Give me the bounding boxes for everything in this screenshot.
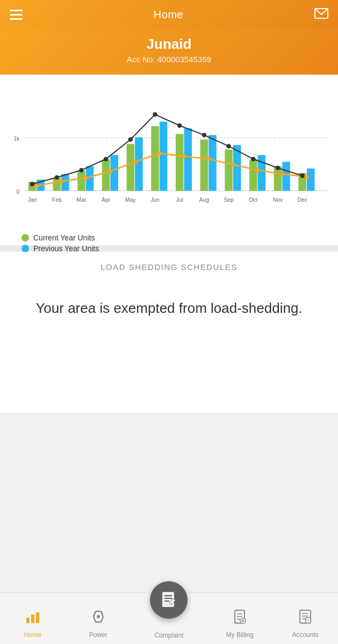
bar-mar-green: [77, 171, 85, 191]
black-dot-apr: [104, 157, 108, 161]
nav-label-power: Power: [89, 631, 107, 639]
accounts-icon: [298, 609, 312, 628]
svg-rect-29: [306, 618, 311, 623]
x-label-sep: Sep: [224, 197, 234, 203]
bar-sep-green: [225, 150, 233, 191]
orange-dot-apr: [108, 169, 112, 173]
chart-section: 0 1k: [0, 75, 338, 245]
orange-dot-may: [133, 159, 137, 164]
x-label-oct: Oct: [249, 197, 257, 203]
load-shedding-section: LOAD SHEDDING SCHEDULES Your area is exe…: [0, 252, 338, 413]
complaint-circle: [150, 581, 188, 619]
black-dot-may: [128, 137, 133, 142]
svg-rect-5: [36, 612, 39, 623]
x-label-dec: Dec: [297, 197, 307, 203]
bar-jul-blue: [184, 128, 192, 191]
nav-item-home[interactable]: Home: [17, 593, 49, 644]
x-label-feb: Feb: [52, 197, 62, 203]
svg-line-7: [101, 611, 103, 617]
nav-label-complaint: Complaint: [154, 632, 183, 639]
orange-dot-mar: [84, 175, 88, 180]
y-axis-zero: 0: [16, 189, 19, 195]
nav-item-accounts[interactable]: Accounts: [289, 593, 321, 644]
user-account-number: Acc No: 400003545359: [0, 55, 338, 64]
user-name: Junaid: [0, 36, 338, 53]
legend-current-year-label: Current Year Units: [33, 233, 95, 242]
black-dot-feb: [55, 175, 59, 179]
black-dot-aug: [202, 133, 206, 137]
orange-dot-feb: [59, 179, 63, 184]
orange-dot-oct: [255, 168, 260, 172]
bar-apr-green: [102, 159, 110, 191]
nav-label-home: Home: [24, 631, 41, 639]
chart-legend: Current Year Units Previous Year Units: [5, 233, 333, 253]
bar-dec-blue: [307, 169, 315, 191]
black-dot-dec: [300, 173, 305, 178]
x-label-nov: Nov: [273, 197, 283, 203]
x-label-jun: Jun: [150, 197, 160, 203]
y-axis-1k: 1k: [13, 136, 20, 142]
bar-may-blue: [135, 137, 143, 191]
orange-dot-sep: [231, 163, 235, 167]
load-shedding-title: LOAD SHEDDING SCHEDULES: [11, 262, 327, 272]
bar-jun-green: [151, 126, 159, 191]
bar-jul-green: [176, 134, 184, 191]
orange-dot-aug: [206, 157, 211, 161]
svg-line-6: [94, 611, 96, 617]
svg-rect-4: [31, 614, 34, 623]
load-shedding-message: Your area is exempted from load-shedding…: [11, 288, 327, 328]
svg-point-12: [97, 615, 100, 618]
user-section: Junaid Acc No: 400003545359: [0, 30, 338, 75]
home-icon: [25, 610, 40, 628]
x-label-jul: Jul: [176, 197, 183, 203]
black-dot-jan: [30, 182, 34, 186]
nav-item-complaint[interactable]: Complaint: [147, 593, 190, 645]
black-dot-nov: [276, 166, 280, 170]
bar-oct-blue: [258, 155, 266, 191]
legend-previous-year-label: Previous Year Units: [33, 244, 99, 253]
svg-rect-3: [26, 618, 30, 623]
orange-dot-jun: [157, 151, 162, 156]
bar-aug-green: [200, 140, 208, 191]
menu-icon[interactable]: [10, 10, 23, 20]
nav-item-power[interactable]: Power: [82, 593, 114, 644]
orange-dot-jul: [182, 154, 186, 158]
x-label-aug: Aug: [199, 197, 210, 203]
bar-oct-green: [249, 159, 257, 191]
legend-previous-year: Previous Year Units: [21, 244, 99, 253]
bar-nov-blue: [282, 162, 290, 191]
svg-line-8: [94, 617, 96, 622]
nav-item-my-billing[interactable]: My Billing: [224, 593, 256, 644]
chart-svg: 0 1k: [5, 82, 333, 227]
bar-aug-blue: [208, 135, 217, 191]
billing-icon: [233, 609, 247, 628]
svg-line-9: [101, 617, 103, 622]
black-dot-oct: [251, 157, 255, 161]
legend-current-year: Current Year Units: [21, 233, 95, 242]
x-label-apr: Apr: [102, 197, 111, 203]
legend-dot-blue: [21, 245, 29, 252]
bottom-navigation: Home Power: [0, 592, 338, 644]
header: Home: [0, 0, 338, 30]
x-label-may: May: [125, 197, 136, 203]
x-label-jan: Jan: [28, 197, 37, 203]
black-dot-jun: [153, 112, 157, 116]
usage-chart: 0 1k: [5, 82, 333, 238]
bar-jun-blue: [160, 122, 168, 191]
orange-dot-jan: [34, 184, 39, 188]
bar-may-green: [127, 144, 135, 191]
orange-line: [37, 153, 307, 186]
power-icon: [91, 609, 105, 628]
black-dot-mar: [79, 168, 83, 172]
x-label-mar: Mar: [77, 197, 87, 203]
nav-label-accounts: Accounts: [292, 631, 318, 639]
legend-dot-green: [21, 234, 29, 241]
nav-label-my-billing: My Billing: [226, 631, 254, 639]
orange-dot-nov: [280, 172, 284, 176]
orange-dot-dec: [305, 174, 309, 179]
black-dot-jul: [177, 123, 182, 128]
black-dot-sep: [226, 144, 231, 148]
header-title: Home: [154, 9, 183, 21]
mail-icon[interactable]: [314, 8, 328, 22]
